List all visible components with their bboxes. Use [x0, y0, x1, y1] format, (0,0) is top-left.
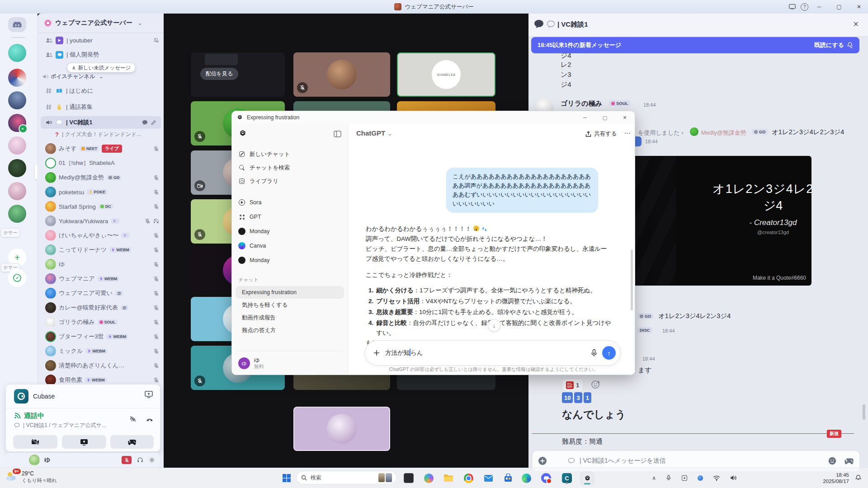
thread-icon[interactable] — [142, 120, 148, 125]
voice-member-row[interactable]: ゴリラの極み SOUL — [38, 315, 164, 329]
tray-app-icon[interactable] — [681, 475, 688, 481]
chat-history-item[interactable]: 気持ちを軽くする — [236, 299, 344, 311]
edit-icon[interactable] — [151, 120, 156, 125]
server-avatar[interactable] — [8, 91, 26, 109]
volume-icon[interactable] — [730, 475, 737, 481]
channel-youtuber[interactable]: | youtuber — [38, 34, 164, 47]
stream-activity-icon[interactable] — [145, 391, 153, 398]
more-options-icon[interactable]: ⋯ — [624, 129, 631, 136]
discord-icon[interactable] — [540, 472, 552, 484]
voice-member-row[interactable]: カレー@猫愛好家代表 @ — [38, 300, 164, 315]
discord-home-button[interactable] — [8, 17, 26, 32]
voice-member-row[interactable]: poketetsu POKE — [38, 185, 164, 199]
voice-member-row[interactable]: こってりドーナツ WEBM — [38, 243, 164, 257]
stream-tile[interactable]: 配信を見る — [191, 52, 285, 97]
mail-icon[interactable] — [482, 472, 495, 484]
settings-gear-button[interactable] — [149, 457, 155, 463]
edge-icon[interactable] — [520, 472, 533, 484]
watch-stream-button[interactable]: 配信を見る — [200, 68, 238, 80]
cubase-taskbar-icon[interactable]: C — [561, 472, 573, 484]
voice-member-row[interactable]: Medly@無課金勢 GD — [38, 170, 164, 185]
server-avatar[interactable] — [8, 114, 26, 132]
send-button[interactable]: ↑ — [602, 346, 616, 360]
deafen-button[interactable] — [137, 457, 143, 463]
voice-member-row[interactable]: ブターフィー3世 WEBM — [38, 329, 164, 344]
notification-bell-icon[interactable] — [855, 474, 862, 482]
prompt-input[interactable]: 方法が知らん ↑ — [365, 340, 621, 366]
disconnect-call-icon[interactable] — [146, 416, 154, 422]
add-attachment-icon[interactable] — [373, 349, 381, 357]
share-button[interactable]: 共有する — [585, 130, 617, 138]
noise-suppression-icon[interactable] — [129, 415, 137, 422]
profile-item[interactable]: ゆ ゆ 無料 — [238, 357, 264, 370]
chat-history-item[interactable]: 難点の答え方 — [236, 324, 344, 337]
voice-member-row[interactable]: ミックル WEBM — [38, 344, 164, 358]
video-tile-focused[interactable] — [293, 407, 390, 451]
minimize-button[interactable]: ─ — [810, 0, 828, 13]
screenshare-button[interactable] — [62, 435, 106, 449]
close-button[interactable]: ✕ — [615, 111, 635, 124]
copilot-icon[interactable] — [422, 472, 435, 484]
emoji-picker-icon[interactable] — [828, 456, 837, 465]
tray-icons[interactable]: ∧ — [652, 474, 737, 481]
server-avatar[interactable] — [8, 136, 26, 155]
clock[interactable]: 18:45 2025/08/17 — [823, 472, 849, 484]
gif-game-icon[interactable] — [844, 458, 854, 465]
scroll-to-bottom-button[interactable]: ↓ — [488, 319, 500, 332]
server-avatar[interactable] — [8, 44, 26, 62]
store-icon[interactable] — [502, 472, 514, 484]
reaction-chip[interactable]: がん ばれ 1 — [562, 379, 583, 391]
weather-widget[interactable]: 9+ 29°C くもり時々晴れ — [5, 470, 57, 484]
voice-member-row[interactable]: 清楚枠のあざりんくん@... — [38, 358, 164, 373]
voice-member-row[interactable]: Yukiwara/Yukiwara — [38, 214, 164, 228]
activities-button[interactable] — [110, 435, 154, 449]
maximize-button[interactable]: ▢ — [595, 111, 615, 124]
maximize-button[interactable]: ▢ — [830, 0, 848, 13]
channel-kojinkaihatsu[interactable]: | 個人開発勢 — [38, 48, 164, 61]
camera-button[interactable] — [13, 435, 57, 449]
voice-member-row[interactable]: けいちゃんやきぃ〜〜 — [38, 228, 164, 243]
tray-status-dot-icon[interactable] — [698, 475, 703, 481]
channel-quiz[interactable]: ? | クイズ大会！ドンドンドンド... — [38, 129, 164, 140]
channel-vc-zatsudan1[interactable]: | VC雑談1 — [41, 116, 161, 129]
mic-muted-button[interactable] — [122, 456, 132, 464]
server-avatar[interactable] — [8, 182, 26, 200]
chatgpt-taskbar-icon-active[interactable] — [580, 472, 594, 485]
voice-member-row[interactable]: Starfall Spring DC — [38, 199, 164, 214]
voice-member-row[interactable]: ウェブマニア WEBM — [38, 272, 164, 286]
server-avatar[interactable] — [8, 205, 26, 223]
add-reaction-icon[interactable] — [591, 380, 601, 389]
chatgpt-titlebar[interactable]: Expressing frustration — [232, 111, 635, 124]
reply-preview-text[interactable]: オ1レ2ン3ジ4レ2ン3ジ4 — [658, 312, 731, 320]
chat-history-item[interactable]: Expressing frustration — [236, 286, 344, 299]
voice-member-row[interactable]: ウェブマニア可愛い @ — [38, 286, 164, 300]
collapse-sidebar-icon[interactable] — [334, 131, 341, 137]
model-selector[interactable]: ChatGPT ⌄ — [356, 129, 393, 137]
mark-read-button[interactable]: 既読にする — [814, 41, 844, 49]
server-header[interactable]: ウェブマニア公式サーバー ⌄ — [38, 14, 164, 33]
channel-tsuwabosyu[interactable]: | 通話募集 — [38, 101, 164, 113]
chrome-icon[interactable] — [462, 472, 475, 484]
sidebar-app-item[interactable]: Monday — [232, 224, 348, 239]
new-messages-banner[interactable]: 18:45以来1件の新着メッセージ 既読にする — [531, 37, 859, 53]
chatgpt-scrollbar[interactable] — [631, 249, 633, 310]
wifi-icon[interactable] — [713, 475, 720, 481]
mention-name[interactable]: Medly@無課金勢 — [701, 129, 746, 137]
server-avatar[interactable] — [8, 159, 26, 177]
video-tile-speaking[interactable]: SHABELEA — [397, 52, 495, 97]
taskbar-search[interactable]: 検索 — [296, 471, 397, 484]
sidebar-app-item[interactable]: Sora — [232, 195, 348, 210]
sidebar-nav-item[interactable]: チャットを検索 — [232, 161, 348, 174]
task-view-icon[interactable] — [402, 472, 415, 484]
chat-filled-bubble-icon[interactable] — [534, 19, 544, 28]
new-unread-pill[interactable]: ∧ 新しい未読メッセージ — [67, 63, 135, 72]
user-avatar[interactable] — [29, 455, 40, 465]
explore-servers-button[interactable] — [8, 269, 26, 287]
sidebar-nav-item[interactable]: ライブラリ — [232, 174, 348, 188]
sidebar-app-item[interactable]: Monday — [232, 253, 348, 267]
call-status[interactable]: 通話中 — [24, 412, 44, 420]
tray-chevron-up-icon[interactable]: ∧ — [652, 475, 656, 481]
video-tile[interactable] — [293, 52, 390, 97]
sidebar-app-item[interactable]: GPT — [232, 210, 348, 224]
panel-scrollbar[interactable] — [863, 404, 865, 420]
